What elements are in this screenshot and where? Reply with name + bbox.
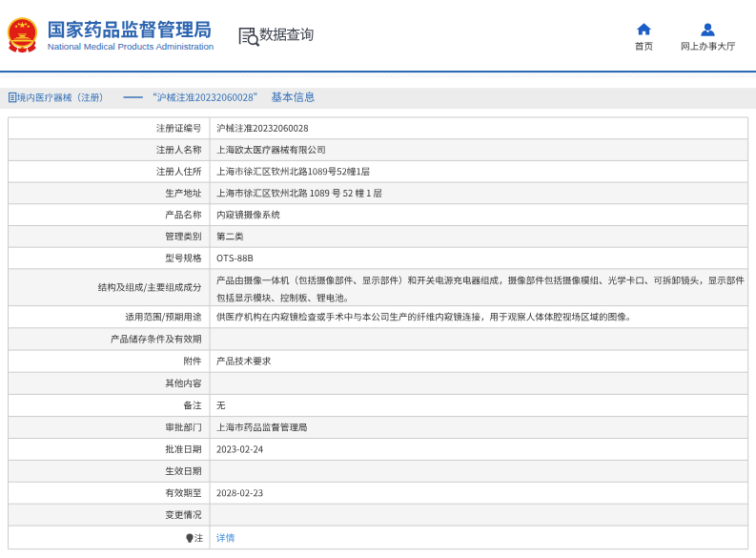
svg-text:National Medical Products Admi: National Medical Products Administration (48, 41, 214, 52)
